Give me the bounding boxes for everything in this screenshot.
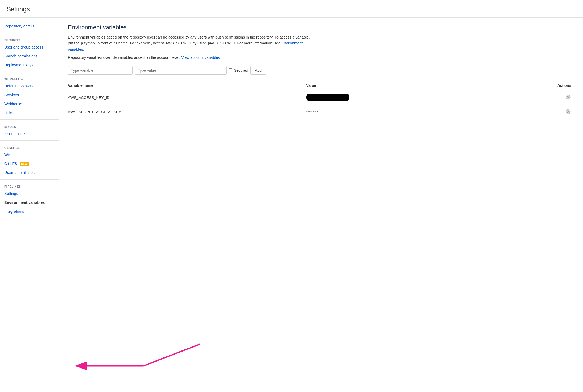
variable-value-cell: ••••••: [306, 105, 502, 119]
sidebar-divider: [0, 33, 59, 33]
sidebar-section-pipelines: PIPELINES: [0, 182, 59, 189]
sidebar-section-workflow: WORKFLOW: [0, 74, 59, 82]
page-wrapper: Settings Repository details SECURITY Use…: [0, 0, 583, 392]
variable-name-cell: AWS_SECRET_ACCESS_KEY: [68, 105, 306, 119]
page-title: Settings: [0, 0, 583, 18]
description-period: .: [83, 47, 84, 51]
sidebar-item-default-reviewers[interactable]: Default reviewers: [0, 82, 59, 91]
override-link[interactable]: View account variables: [181, 55, 220, 60]
variable-name-input[interactable]: [68, 66, 133, 75]
sidebar-section-issues: ISSUES: [0, 122, 59, 129]
sidebar-divider-2: [0, 72, 59, 72]
delete-icon: [566, 95, 571, 100]
secured-label-text: Secured: [234, 68, 248, 73]
delete-variable-button[interactable]: [565, 94, 571, 101]
sidebar-item-deployment-keys[interactable]: Deployment keys: [0, 61, 59, 70]
table-header-row: Variable name Value Actions: [68, 81, 574, 90]
variable-name-cell: AWS_ACCESS_KEY_ID: [68, 90, 306, 105]
table-row: AWS_SECRET_ACCESS_KEY ••••••: [68, 105, 574, 119]
sidebar-item-user-group-access[interactable]: User and group access: [0, 43, 59, 52]
sidebar-item-pipeline-settings[interactable]: Settings: [0, 189, 59, 198]
variable-value-cell: [306, 90, 502, 105]
sidebar-item-services[interactable]: Services: [0, 91, 59, 99]
variables-table: Variable name Value Actions AWS_ACCESS_K…: [68, 81, 574, 119]
sidebar-divider-3: [0, 119, 59, 120]
col-header-actions: Actions: [502, 81, 574, 90]
override-body: Repository variables override variables …: [68, 55, 180, 60]
sidebar: Repository details SECURITY User and gro…: [0, 18, 59, 392]
new-badge: NEW: [20, 162, 29, 166]
sidebar-item-webhooks[interactable]: Webhooks: [0, 99, 59, 108]
sidebar-section-security: SECURITY: [0, 35, 59, 43]
sidebar-item-links[interactable]: Links: [0, 108, 59, 117]
secured-checkbox-label[interactable]: Secured: [229, 68, 248, 73]
sidebar-item-issue-tracker[interactable]: Issue tracker: [0, 129, 59, 138]
content-layout: Repository details SECURITY User and gro…: [0, 18, 583, 392]
git-lfs-label: Git LFS: [4, 161, 17, 166]
sidebar-section-general: GENERAL: [0, 143, 59, 150]
content-heading: Environment variables: [68, 24, 574, 31]
main-content: Environment variables Environment variab…: [59, 18, 583, 392]
sidebar-item-environment-variables[interactable]: Environment variables: [0, 198, 59, 207]
variable-actions-cell: [502, 105, 574, 119]
sidebar-item-branch-permissions[interactable]: Branch permissions: [0, 52, 59, 61]
sidebar-item-git-lfs[interactable]: Git LFS NEW: [0, 159, 59, 168]
variable-value-input[interactable]: [135, 66, 227, 75]
sidebar-divider-4: [0, 140, 59, 141]
table-row: AWS_ACCESS_KEY_ID: [68, 90, 574, 105]
col-header-variable: Variable name: [68, 81, 306, 90]
secured-checkbox[interactable]: [229, 68, 232, 72]
add-variable-button[interactable]: Add: [250, 66, 266, 75]
override-text: Repository variables override variables …: [68, 54, 574, 60]
description-text: Environment variables added on the repos…: [68, 34, 311, 52]
add-variable-row: Secured Add: [68, 66, 574, 77]
delete-icon-2: [566, 109, 571, 114]
description-body: Environment variables added on the repos…: [68, 35, 310, 45]
sidebar-divider-5: [0, 179, 59, 180]
delete-variable-button-2[interactable]: [565, 109, 571, 115]
table-body: AWS_ACCESS_KEY_ID: [68, 90, 574, 119]
sidebar-item-username-aliases[interactable]: Username aliases: [0, 168, 59, 177]
sidebar-item-wiki[interactable]: Wiki: [0, 150, 59, 159]
sidebar-item-integrations[interactable]: Integrations: [0, 207, 59, 216]
variable-actions-cell: [502, 90, 574, 105]
dots-value: ••••••: [306, 109, 319, 114]
sidebar-item-repository-details[interactable]: Repository details: [0, 22, 59, 31]
masked-value: [306, 94, 349, 101]
col-header-value: Value: [306, 81, 502, 90]
table-header: Variable name Value Actions: [68, 81, 574, 90]
